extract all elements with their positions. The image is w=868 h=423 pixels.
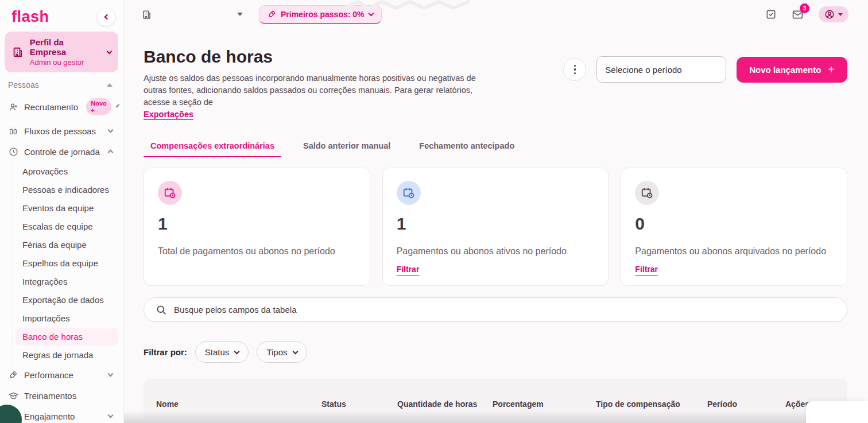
sidebar-item-performance[interactable]: Performance: [5, 364, 118, 385]
sidebar-subitem-pessoas-e-indicadores[interactable]: Pessoas e indicadores: [16, 181, 118, 199]
novo-lancamento-button[interactable]: Novo lançamento +: [737, 57, 847, 83]
chevron-down-icon: [108, 127, 114, 133]
primeiros-passos-label: Primeiros passos: 0%: [281, 10, 365, 19]
table-search[interactable]: [144, 297, 847, 322]
card-pagamentos-ativos: 1 Pagamentos ou abonos ativos no período…: [382, 168, 609, 286]
card-label: Pagamentos ou abonos arquivados no perío…: [635, 246, 833, 257]
bank-hours-table: Nome Status Quantidade de horas Porcenta…: [144, 379, 847, 423]
rocket-icon: [268, 10, 276, 18]
kebab-icon: [574, 65, 576, 67]
sidebar-item-label: Treinamentos: [24, 391, 76, 401]
sidebar-section-pessoas[interactable]: Pessoas: [5, 80, 118, 93]
sidebar-item-label: Fluxos de pessoas: [24, 126, 96, 136]
profile-title: Perfil da Empresa: [30, 37, 102, 57]
chevron-down-icon: [108, 371, 114, 377]
sidebar-item-label: Recrutamento: [24, 102, 78, 112]
sidebar-subitem-espelhos-da-equipe[interactable]: Espelhos da equipe: [16, 254, 118, 272]
card-value: 1: [158, 214, 356, 234]
sidebar-item-controle-de-jornada[interactable]: Controle de jornada: [5, 141, 118, 162]
user-circle-icon: [824, 9, 835, 20]
column-quantidade-de-horas: Quantidade de horas: [392, 398, 487, 410]
novo-lancamento-label: Novo lançamento: [749, 65, 821, 75]
triangle-up-icon: [107, 83, 113, 87]
plus-icon: +: [828, 63, 835, 76]
building-icon: [141, 9, 152, 20]
sidebar-subitem-escalas-de-equipe[interactable]: Escalas de equipe: [16, 218, 118, 235]
profile-subtitle: Admin ou gestor: [30, 58, 102, 67]
chevron-down-icon: [368, 10, 374, 16]
filter-row: Filtrar por: Status Tipos: [144, 341, 847, 363]
mail-badge: 3: [800, 3, 809, 13]
page-description-text: Ajuste os saldos das pessoas incorporand…: [144, 73, 476, 107]
sidebar-item-recrutamento[interactable]: Recrutamento Novo +: [5, 93, 118, 121]
sidebar-collapse-button[interactable]: [98, 9, 115, 26]
building-icon: [11, 46, 24, 59]
column-status: Status: [316, 398, 392, 410]
page-title: Banco de horas: [144, 47, 488, 67]
chevron-up-icon: [108, 150, 114, 156]
calendar-clock-icon: [635, 181, 659, 205]
chevron-down-icon: [116, 104, 119, 107]
mail-icon[interactable]: 3: [792, 9, 804, 21]
search-input[interactable]: [174, 305, 835, 315]
chevron-left-icon: [104, 14, 110, 20]
flash-logo: flash: [11, 8, 49, 26]
column-nome: Nome: [144, 398, 316, 410]
main-area: Primeiros passos: 0% 3 Banco de horas: [124, 0, 868, 423]
person-plus-icon: [8, 102, 18, 112]
tab-bar: Compensações extraordinárias Saldo anter…: [144, 138, 847, 157]
calendar-clock-icon: [158, 181, 182, 205]
card-total-pagamentos: 1 Total de pagamentos ou abonos no perío…: [144, 168, 370, 286]
sidebar-subitem-aprovacoes[interactable]: Aprovações: [16, 162, 118, 180]
flows-icon: [8, 126, 18, 136]
table-header-row: Nome Status Quantidade de horas Porcenta…: [144, 379, 847, 423]
filter-status-label: Status: [205, 347, 230, 357]
calendar-clock-icon: [397, 181, 421, 205]
card-value: 0: [635, 214, 833, 234]
filter-status[interactable]: Status: [195, 341, 249, 363]
period-input[interactable]: [605, 65, 719, 75]
sidebar-subitem-integracoes[interactable]: Integrações: [16, 273, 118, 290]
card-label: Pagamentos ou abonos ativos no período: [397, 246, 595, 257]
sidebar-item-fluxos-de-pessoas[interactable]: Fluxos de pessoas: [5, 121, 118, 141]
sidebar-subitem-eventos-da-equipe[interactable]: Eventos da equipe: [16, 199, 118, 217]
stat-cards: 1 Total de pagamentos ou abonos no perío…: [144, 168, 847, 286]
tab-fechamento-antecipado[interactable]: Fechamento antecipado: [412, 138, 521, 157]
novo-badge: Novo +: [86, 98, 111, 115]
filtrar-link[interactable]: Filtrar: [397, 265, 420, 274]
sidebar-item-label: Engajamento: [24, 412, 75, 421]
sidebar-item-treinamentos[interactable]: Treinamentos: [5, 385, 118, 406]
sidebar-subitem-ferias-da-equipe[interactable]: Férias da equipe: [16, 236, 118, 254]
company-profile-selector[interactable]: Perfil da Empresa Admin ou gestor: [5, 32, 118, 72]
chevron-down-icon: [107, 48, 113, 54]
triangle-down-icon[interactable]: [237, 13, 243, 16]
column-porcentagem: Porcentagem: [487, 398, 590, 410]
sidebar-subitem-regras-de-jornada[interactable]: Regras de jornada: [16, 346, 118, 364]
section-label-text: Pessoas: [8, 80, 39, 90]
more-options-button[interactable]: [563, 58, 586, 81]
topbar: Primeiros passos: 0% 3: [124, 0, 868, 29]
sidebar-subitem-banco-de-horas[interactable]: Banco de horas: [16, 328, 118, 346]
filtrar-link[interactable]: Filtrar: [635, 265, 658, 274]
card-value: 1: [397, 214, 595, 234]
company-name-redacted: [158, 10, 232, 19]
filter-tipos[interactable]: Tipos: [257, 341, 307, 363]
user-menu[interactable]: [819, 6, 848, 22]
chevron-down-icon: [292, 348, 298, 354]
primeiros-passos-pill[interactable]: Primeiros passos: 0%: [259, 5, 382, 24]
sidebar-item-label: Performance: [24, 370, 73, 380]
filter-tipos-label: Tipos: [266, 347, 287, 357]
triangle-down-icon: [838, 13, 843, 16]
sidebar-subitem-importacoes[interactable]: Importações: [16, 309, 118, 327]
tasks-icon[interactable]: [765, 9, 777, 20]
tab-saldo-anterior-manual[interactable]: Saldo anterior manual: [296, 138, 397, 157]
exportacoes-link[interactable]: Exportações: [144, 110, 193, 119]
period-select[interactable]: [596, 56, 726, 83]
rocket-icon: [8, 370, 18, 380]
sidebar-item-label: Controle de jornada: [24, 147, 100, 157]
tab-compensacoes-extraordinarias[interactable]: Compensações extraordinárias: [144, 138, 281, 157]
page-description: Ajuste os saldos das pessoas incorporand…: [144, 72, 488, 121]
graduation-cap-icon: [8, 390, 18, 401]
search-icon: [156, 304, 167, 316]
sidebar-subitem-exportacao-de-dados[interactable]: Exportação de dados: [16, 291, 118, 309]
